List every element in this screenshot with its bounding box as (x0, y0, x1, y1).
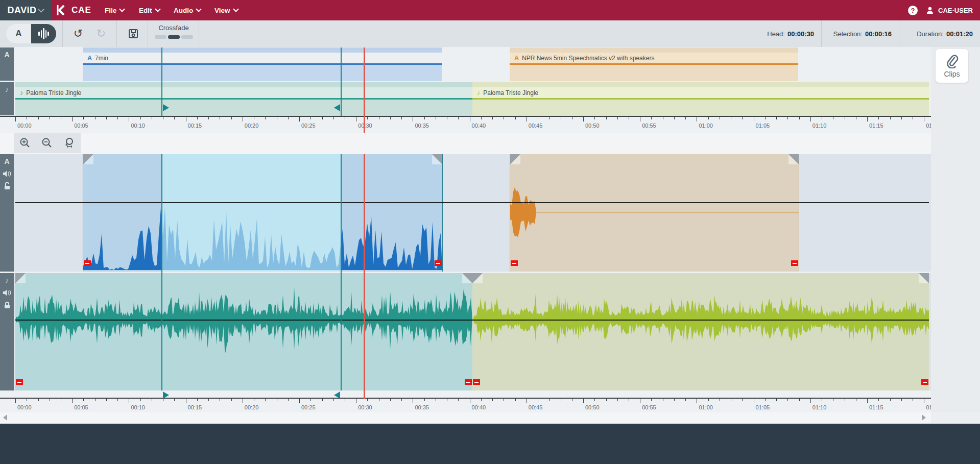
clip-jingle-1[interactable] (15, 273, 472, 390)
scroll-right-arrow[interactable] (922, 414, 926, 421)
zoom-out-icon (41, 137, 53, 149)
zoom-in-button[interactable] (16, 134, 34, 152)
fade-in-handle[interactable] (510, 154, 520, 164)
scroll-left-arrow[interactable] (3, 414, 7, 421)
menu-view[interactable]: View (214, 0, 238, 20)
selection-start-flag[interactable] (163, 392, 169, 399)
zoom-fit-button[interactable] (61, 134, 78, 152)
overview-clip-7min[interactable]: A7min (83, 47, 442, 81)
menu-file[interactable]: File (105, 0, 124, 20)
trim-start-handle[interactable] (16, 379, 23, 385)
trim-end-handle[interactable] (435, 260, 442, 266)
selection-end-flag[interactable] (334, 104, 340, 111)
trim-end-handle[interactable] (921, 379, 928, 385)
redo-button[interactable]: ↻ (93, 27, 109, 41)
clip-7min[interactable] (83, 154, 443, 272)
fade-out-handle[interactable] (919, 273, 929, 283)
overview-clip-jingle-1[interactable]: ♪Paloma Triste Jingle (15, 82, 472, 116)
paperclip-icon (945, 54, 959, 68)
clips-button[interactable]: Clips (936, 49, 968, 83)
selection-end-marker[interactable] (341, 154, 342, 390)
unlock-icon[interactable] (4, 182, 11, 190)
clips-button-label: Clips (944, 70, 960, 78)
selection-end-marker[interactable] (341, 47, 342, 116)
fade-in-handle[interactable] (472, 273, 483, 283)
save-button[interactable] (126, 27, 141, 41)
selection-timecode: Selection:00:00:16 (821, 20, 899, 47)
help-button[interactable]: ? (908, 6, 918, 15)
cae-logo-icon (55, 4, 67, 16)
save-icon (128, 28, 139, 39)
trim-end-handle[interactable] (791, 260, 798, 266)
zoom-in-icon (19, 137, 31, 149)
trim-start-handle[interactable] (473, 379, 480, 385)
track-a-label: A (4, 157, 9, 165)
overview-track-music-gutter: ♪ (0, 82, 14, 115)
menu-bar: DAViD CAE File Edit Audio View ? CAE-USE… (0, 0, 980, 20)
fade-out-handle[interactable] (462, 273, 472, 283)
cae-audio-editor: DAViD CAE File Edit Audio View ? CAE-USE… (0, 0, 980, 464)
lock-icon[interactable] (4, 301, 11, 309)
user-name: CAE-USER (938, 7, 973, 14)
trim-start-handle[interactable] (511, 260, 518, 266)
david-logo-menu[interactable]: DAViD (0, 0, 51, 20)
overview-clip-npr-news[interactable]: ANPR News 5min Speechmatics v2 with spea… (510, 47, 798, 81)
waveform-mode-button[interactable] (31, 24, 56, 43)
selection-start-marker[interactable] (161, 154, 162, 390)
music-note-icon: ♪ (20, 89, 23, 96)
volume-envelope-track-music[interactable] (15, 320, 929, 321)
track-a-gutter: A (0, 154, 14, 272)
crossfade-control[interactable]: Crossfade (153, 24, 194, 39)
head-timecode: Head:00:00:30 (710, 20, 821, 47)
zoom-fit-icon (63, 137, 76, 149)
overview-track-a: A7min ANPR News 5min Speechmatics v2 wit… (14, 47, 931, 81)
track-music-gutter: ♪ (0, 273, 14, 390)
fade-in-handle[interactable] (83, 154, 93, 164)
trim-start-handle[interactable] (84, 260, 91, 266)
track-editor: A ♪ (0, 154, 931, 390)
overview-clip-jingle-2[interactable]: ♪Paloma Triste Jingle (472, 82, 929, 116)
trim-end-handle[interactable] (465, 379, 472, 385)
chevron-down-icon (38, 6, 45, 13)
app-name: CAE (71, 5, 91, 15)
chevron-down-icon (233, 6, 238, 12)
clip-npr-news[interactable] (510, 154, 799, 272)
user-icon (926, 6, 934, 14)
zoom-out-button[interactable] (38, 134, 56, 152)
audio-clip-icon: A (87, 55, 92, 62)
zoom-toolbar (0, 133, 931, 154)
fade-in-handle[interactable] (15, 273, 26, 283)
selection-start-flag[interactable] (163, 104, 169, 111)
chevron-down-icon (196, 6, 202, 12)
playhead[interactable] (364, 154, 365, 390)
david-logo: DAViD (8, 5, 37, 16)
speaker-icon[interactable] (3, 170, 11, 178)
selection-start-marker[interactable] (161, 47, 162, 116)
clip-jingle-2[interactable] (472, 273, 929, 390)
waveform-npr-news (510, 154, 799, 272)
fade-out-handle[interactable] (432, 154, 442, 164)
waveform-jingle-2 (472, 273, 929, 390)
selection-end-flag[interactable] (334, 392, 340, 399)
music-note-icon: ♪ (5, 276, 9, 284)
user-menu[interactable]: CAE-USER (926, 6, 973, 14)
playhead-overview[interactable] (364, 47, 365, 133)
ruler-gap (0, 390, 931, 398)
playhead-tail (364, 390, 365, 399)
text-mode-button[interactable]: A (6, 24, 31, 43)
crossfade-label: Crossfade (153, 24, 194, 32)
undo-button[interactable]: ↺ (70, 27, 86, 41)
volume-envelope-track-a[interactable] (15, 202, 929, 203)
speaker-icon[interactable] (3, 289, 11, 297)
mode-toggle: A (6, 24, 56, 43)
waveform-jingle-1 (15, 273, 472, 390)
menu-audio[interactable]: Audio (174, 0, 201, 20)
menu-edit[interactable]: Edit (139, 0, 160, 20)
timeline-ruler[interactable]: 00:0000:0500:1000:1500:2000:2500:3000:35… (0, 398, 931, 412)
horizontal-scroll-strip (0, 412, 931, 423)
overview-section: A ♪ A7min ANPR News 5min Speechmatics v2… (0, 47, 931, 133)
track-a-label: A (4, 51, 9, 59)
transport-bar: ✂ ✂ (0, 424, 980, 464)
overview-timeline-ruler[interactable]: 00:0000:0500:1000:1500:2000:2500:3000:35… (0, 116, 931, 133)
fade-out-handle[interactable] (788, 154, 799, 164)
